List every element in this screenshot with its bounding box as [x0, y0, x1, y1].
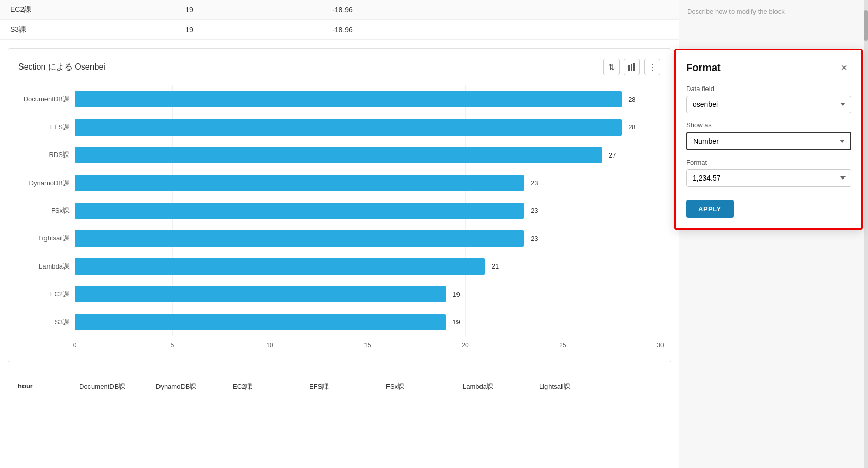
bar-row: 23 — [75, 226, 660, 251]
bar-chart-icon-button[interactable] — [624, 59, 640, 75]
bar: 28 — [75, 119, 622, 136]
chart-header: Section による Osenbei ⇅ ⋮ — [18, 59, 660, 75]
bottom-table-cell: DocumentDB課 — [72, 378, 148, 395]
bar-value: 28 — [628, 123, 635, 131]
bar: 28 — [75, 91, 622, 107]
bar: 21 — [75, 258, 485, 275]
x-tick: 0 — [73, 342, 77, 349]
show-as-select[interactable]: Number Percent String Date — [686, 132, 851, 150]
table-cell-val1: 19 — [112, 26, 266, 34]
scrollbar-thumb[interactable] — [864, 10, 868, 41]
table-cell-val2: -18.96 — [266, 6, 419, 14]
bar-row: 19 — [75, 281, 660, 307]
format-group: Format 1,234.57 1234.57 1,235 1235 — [686, 159, 851, 187]
bottom-table-cell: FSx課 — [378, 378, 455, 395]
show-as-label: Show as — [686, 121, 851, 129]
bar: 19 — [75, 314, 446, 330]
bottom-table-cell: EFS課 — [302, 378, 378, 395]
bar-value: 23 — [531, 235, 538, 242]
bar-row: 28 — [75, 115, 660, 140]
top-table: EC2課 19 -18.96 S3課 19 -18.96 — [0, 0, 679, 40]
table-row: S3課 19 -18.96 — [0, 20, 679, 40]
data-field-select[interactable]: osenbei — [686, 96, 851, 113]
bar-value: 28 — [628, 96, 635, 103]
format-select[interactable]: 1,234.57 1234.57 1,235 1235 — [686, 169, 851, 187]
bar-label: Lightsail課 — [18, 226, 75, 251]
bottom-table-cell: Lambda課 — [455, 378, 532, 395]
chart-area: DocumentDB課EFS課RDS課DynamoDB課FSx課Lightsai… — [18, 85, 660, 351]
chart-x-axis: 051015202530 — [75, 339, 660, 351]
apply-button[interactable]: APPLY — [686, 200, 734, 218]
x-tick: 20 — [462, 342, 468, 349]
svg-rect-2 — [633, 63, 635, 71]
show-as-group: Show as Number Percent String Date — [686, 121, 851, 150]
bottom-table-cell: Lightsail課 — [532, 378, 608, 395]
bar-label: EFS課 — [18, 115, 75, 140]
bar-row: 23 — [75, 170, 660, 196]
bar-label: DynamoDB課 — [18, 170, 75, 196]
bar-row: 21 — [75, 254, 660, 279]
svg-rect-1 — [631, 64, 632, 71]
bar-value: 21 — [492, 262, 499, 270]
x-tick: 25 — [559, 342, 566, 349]
chart-labels: DocumentDB課EFS課RDS課DynamoDB課FSx課Lightsai… — [18, 85, 75, 351]
chart-bars: 282827232323211919 — [75, 85, 660, 339]
bar-label: EC2課 — [18, 281, 75, 307]
bar-label: Lambda課 — [18, 254, 75, 279]
table-cell-name: S3課 — [10, 25, 112, 34]
table-cell-val2: -18.96 — [266, 26, 419, 34]
bar-value: 23 — [531, 207, 538, 214]
scrollbar[interactable] — [864, 0, 868, 468]
x-tick: 5 — [171, 342, 174, 349]
x-tick: 15 — [364, 342, 371, 349]
format-popup-header: Format × — [686, 60, 851, 75]
right-panel-hint: Describe how to modify the block — [679, 0, 868, 23]
bar-row: 28 — [75, 86, 660, 112]
format-popup: Format × Data field osenbei Show as Numb… — [674, 49, 863, 230]
format-popup-title: Format — [686, 62, 721, 74]
format-label: Format — [686, 159, 851, 166]
bar-row: 19 — [75, 309, 660, 335]
chart-actions: ⇅ ⋮ — [603, 59, 660, 75]
bottom-table-cell: DynamoDB課 — [148, 378, 225, 395]
bar: 23 — [75, 230, 524, 247]
bar-value: 27 — [609, 151, 616, 159]
bar-value: 19 — [452, 318, 460, 326]
right-panel: Describe how to modify the block Format … — [679, 0, 868, 468]
bar-label: S3課 — [18, 309, 75, 335]
chart-section: Section による Osenbei ⇅ ⋮ DocumentDB課EFS課R… — [8, 48, 671, 362]
svg-rect-0 — [628, 65, 630, 71]
bottom-table-row: hourDocumentDB課DynamoDB課EC2課EFS課FSx課Lamb… — [10, 378, 669, 395]
table-cell-val1: 19 — [112, 6, 266, 14]
bar-value: 19 — [452, 291, 460, 298]
bar: 23 — [75, 175, 524, 191]
data-field-group: Data field osenbei — [686, 85, 851, 113]
chart-title: Section による Osenbei — [18, 62, 105, 73]
bar-row: 27 — [75, 142, 660, 168]
sort-icon-button[interactable]: ⇅ — [603, 59, 620, 75]
data-field-label: Data field — [686, 85, 851, 93]
bottom-table-cell: EC2課 — [225, 378, 302, 395]
x-tick: 30 — [657, 342, 664, 349]
more-options-button[interactable]: ⋮ — [644, 59, 660, 75]
bar-label: FSx課 — [18, 198, 75, 224]
bar-value: 23 — [531, 179, 538, 187]
table-row: EC2課 19 -18.96 — [0, 0, 679, 20]
bar: 27 — [75, 147, 602, 163]
x-tick: 10 — [266, 342, 273, 349]
chart-bars-container: 282827232323211919 051015202530 — [75, 85, 660, 351]
bar-label: DocumentDB課 — [18, 86, 75, 112]
bottom-table-cell: hour — [10, 378, 72, 395]
bar: 19 — [75, 286, 446, 302]
bar-label: RDS課 — [18, 142, 75, 168]
table-cell-name: EC2課 — [10, 5, 112, 14]
close-button[interactable]: × — [837, 60, 851, 75]
bottom-table: hourDocumentDB課DynamoDB課EC2課EFS課FSx課Lamb… — [0, 370, 679, 403]
bar-row: 23 — [75, 198, 660, 224]
bar: 23 — [75, 203, 524, 219]
